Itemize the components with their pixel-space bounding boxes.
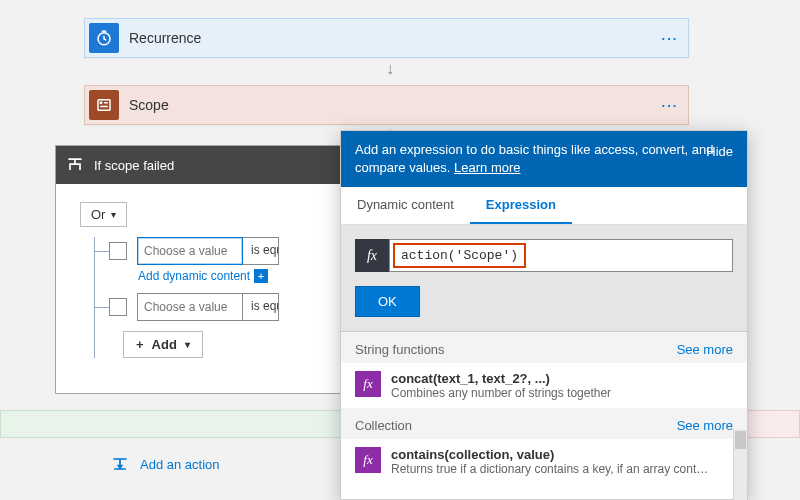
- hide-button[interactable]: Hide: [706, 143, 733, 161]
- add-action-button[interactable]: Add an action: [110, 455, 220, 473]
- condition-row: is equal to: [95, 237, 339, 265]
- tab-dynamic-content[interactable]: Dynamic content: [341, 187, 470, 224]
- function-description: Combines any number of strings together: [391, 386, 611, 400]
- recurrence-step[interactable]: Recurrence ···: [84, 18, 689, 58]
- chevron-down-icon: ▾: [111, 209, 116, 220]
- expression-input[interactable]: action('Scope'): [389, 239, 733, 272]
- function-item[interactable]: fx concat(text_1, text_2?, ...) Combines…: [341, 363, 747, 408]
- learn-more-link[interactable]: Learn more: [454, 160, 520, 175]
- fx-icon: fx: [355, 447, 381, 473]
- scope-step[interactable]: Scope ···: [84, 85, 689, 125]
- recurrence-title: Recurrence: [123, 30, 652, 46]
- condition-card: If scope failed Or ▾ is equal to Add dyn…: [55, 145, 350, 394]
- category-header: String functions See more: [341, 332, 747, 363]
- function-description: Returns true if a dictionary contains a …: [391, 462, 708, 476]
- logic-group-button[interactable]: Or ▾: [80, 202, 127, 227]
- condition-row: is equal to: [95, 293, 339, 321]
- see-more-link[interactable]: See more: [677, 342, 733, 357]
- arrow-down-icon: ↓: [386, 60, 394, 78]
- logic-group-label: Or: [91, 207, 105, 222]
- function-item[interactable]: fx contains(collection, value) Returns t…: [341, 439, 747, 484]
- row-checkbox[interactable]: [109, 242, 127, 260]
- fx-icon: fx: [355, 239, 389, 272]
- chevron-down-icon: ▾: [185, 339, 190, 350]
- condition-title: If scope failed: [94, 158, 174, 173]
- scope-menu-icon[interactable]: ···: [652, 98, 688, 113]
- operator-select[interactable]: is equal to: [243, 237, 279, 265]
- value-input[interactable]: [137, 293, 243, 321]
- fx-icon: fx: [355, 371, 381, 397]
- expression-panel: Add an expression to do basic things lik…: [340, 130, 748, 500]
- ok-button[interactable]: OK: [355, 286, 420, 317]
- value-input[interactable]: [137, 237, 243, 265]
- plus-icon: +: [136, 337, 144, 352]
- recurrence-menu-icon[interactable]: ···: [652, 31, 688, 46]
- plus-icon: +: [254, 269, 268, 283]
- panel-header: Add an expression to do basic things lik…: [341, 131, 747, 187]
- function-signature: concat(text_1, text_2?, ...): [391, 371, 611, 386]
- scope-title: Scope: [123, 97, 652, 113]
- condition-icon: [60, 150, 90, 180]
- scope-icon: [89, 90, 119, 120]
- svg-point-2: [100, 102, 102, 104]
- tab-expression[interactable]: Expression: [470, 187, 572, 224]
- panel-tabs: Dynamic content Expression: [341, 187, 747, 225]
- operator-select[interactable]: is equal to: [243, 293, 279, 321]
- row-checkbox[interactable]: [109, 298, 127, 316]
- function-signature: contains(collection, value): [391, 447, 708, 462]
- condition-header[interactable]: If scope failed: [56, 146, 349, 184]
- scrollbar-thumb[interactable]: [735, 431, 746, 449]
- see-more-link[interactable]: See more: [677, 418, 733, 433]
- add-row-button[interactable]: + Add ▾: [123, 331, 203, 358]
- svg-rect-1: [98, 100, 110, 111]
- add-dynamic-content-link[interactable]: Add dynamic content +: [138, 269, 339, 283]
- expression-value: action('Scope'): [393, 243, 526, 268]
- category-header: Collection See more: [341, 408, 747, 439]
- clock-icon: [89, 23, 119, 53]
- add-action-icon: [110, 455, 130, 473]
